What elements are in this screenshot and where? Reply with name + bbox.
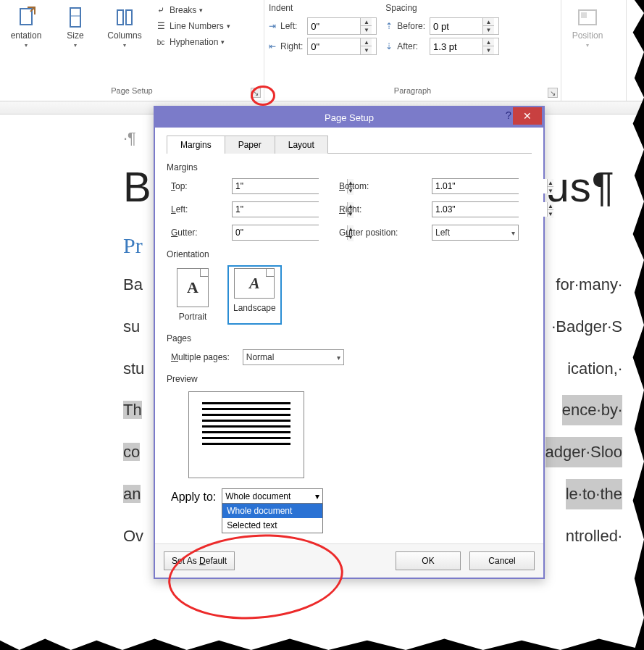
landscape-label: Landscape [233,303,276,313]
page-setup-launcher[interactable]: ↘ [251,88,261,98]
dialog-tabs: Margins Paper Layout [167,135,532,154]
chevron-down-icon: ▾ [199,7,203,14]
svg-rect-3 [117,10,123,25]
gutter-position-label: Gutter position: [339,228,411,238]
gutter-position-select[interactable]: Left▾ [432,225,519,241]
size-label: Size [67,30,83,41]
preview-section-label: Preview [167,374,532,384]
svg-rect-1 [70,8,80,27]
breaks-icon: ⤶ [155,4,167,16]
spinner-up-icon[interactable]: ▲ [483,38,494,46]
margin-top-label: Top: [171,181,212,191]
hyphenation-icon: bc [155,36,167,48]
dialog-titlebar[interactable]: Page Setup ? ✕ [155,107,543,128]
spinner-up-icon[interactable]: ▲ [483,18,494,26]
margin-top-input[interactable]: ▲▼ [232,178,319,194]
multiple-pages-label: Multiple pages: [171,352,230,362]
spinner-up-icon[interactable]: ▲ [361,18,372,26]
columns-button[interactable]: Columns ▾ [103,3,146,51]
chevron-down-icon: ▾ [74,42,77,49]
orientation-label: entation [11,30,42,41]
spinner-down-icon[interactable]: ▼ [361,46,372,54]
spacing-after-icon: ⇣ [385,41,393,51]
paragraph-launcher[interactable]: ↘ [548,88,558,98]
indent-heading: Indent [269,3,380,14]
margin-right-input[interactable]: ▲▼ [432,201,519,217]
margin-gutter-input[interactable]: ▲▼ [232,225,319,241]
chevron-down-icon: ▾ [586,42,589,49]
ribbon: entation ▾ Size ▾ Columns ▾ ⤶Breaks ▾ ☰L… [0,0,644,101]
line-numbers-button[interactable]: ☰Line Numbers ▾ [152,19,233,33]
margins-section-label: Margins [167,162,532,172]
page-setup-dialog: Page Setup ? ✕ Margins Paper Layout Marg… [154,106,545,579]
help-button[interactable]: ? [506,109,511,121]
apply-to-label: Apply to: [171,488,216,504]
pages-section-label: Pages [167,333,532,343]
orientation-landscape[interactable]: A Landscape [227,265,282,325]
cancel-button[interactable]: Cancel [469,551,535,570]
apply-to-value: Whole document [225,491,290,501]
spinner-down-icon[interactable]: ▼ [483,26,494,34]
chevron-down-icon: ▾ [315,491,319,501]
margin-bottom-label: Bottom: [339,181,411,191]
spacing-after-label: After: [397,41,425,51]
chevron-down-icon: ▾ [337,354,340,362]
tab-layout[interactable]: Layout [275,136,328,154]
spinner-down-icon[interactable]: ▼ [483,46,494,54]
apply-opt-whole-document[interactable]: Whole document [222,504,322,518]
group-arrange: Position ▾ [561,0,627,101]
breaks-label: Breaks [170,5,196,15]
position-label: Position [572,30,603,41]
margin-gutter-label: Gutter: [171,228,212,238]
indent-left-input[interactable]: ▲▼ [307,17,377,35]
preview-thumbnail [188,391,304,478]
spacing-before-label: Before: [397,21,425,31]
spinner-up-icon[interactable]: ▲ [361,38,372,46]
margin-right-label: Right: [339,204,411,214]
apply-opt-selected-text[interactable]: Selected text [222,518,322,533]
svg-rect-4 [126,10,132,25]
ok-button[interactable]: OK [396,551,461,570]
apply-to-dropdown-list: Whole document Selected text [222,504,322,533]
group-page-setup: entation ▾ Size ▾ Columns ▾ ⤶Breaks ▾ ☰L… [0,0,264,101]
chevron-down-icon: ▾ [25,42,28,49]
margin-left-input[interactable]: ▲▼ [232,201,319,217]
multiple-pages-select[interactable]: Normal▾ [243,349,344,365]
portrait-label: Portrait [179,312,207,322]
group-paragraph: Indent ⇥ Left: ▲▼ ⇤ Right: ▲▼ Spacing ⇡ … [264,0,561,101]
close-button[interactable]: ✕ [513,107,542,125]
orientation-section-label: Orientation [167,249,532,259]
line-numbers-label: Line Numbers [170,21,224,31]
indent-right-label: Right: [280,41,303,51]
group-label-page-setup: Page Setup [4,86,259,98]
position-button[interactable]: Position ▾ [566,3,609,51]
chevron-down-icon: ▾ [511,229,515,237]
breaks-button[interactable]: ⤶Breaks ▾ [152,3,233,17]
indent-left-label: Left: [280,21,303,31]
orientation-portrait[interactable]: A Portrait [171,265,214,325]
chevron-down-icon: ▾ [221,38,225,46]
spacing-before-icon: ⇡ [385,21,393,31]
margin-bottom-input[interactable]: ▲▼ [432,178,519,194]
chevron-down-icon: ▾ [123,42,126,49]
margin-left-label: Left: [171,204,212,214]
dialog-title: Page Setup [325,112,374,123]
set-as-default-button[interactable]: Set As Default [164,551,235,570]
line-numbers-icon: ☰ [155,20,167,32]
tab-margins[interactable]: Margins [167,136,225,154]
portrait-icon: A [177,268,209,307]
size-button[interactable]: Size ▾ [54,3,97,51]
indent-right-input[interactable]: ▲▼ [307,38,377,55]
svg-rect-6 [581,12,587,18]
apply-to-combo[interactable]: Whole document▾ Whole document Selected … [222,488,323,533]
spacing-after-input[interactable]: ▲▼ [430,38,499,55]
tab-paper[interactable]: Paper [225,136,275,154]
hyphenation-button[interactable]: bcHyphenation ▾ [152,35,233,49]
spinner-down-icon[interactable]: ▼ [361,26,372,34]
indent-left-icon: ⇥ [269,21,276,31]
orientation-button[interactable]: entation ▾ [4,3,48,51]
spacing-before-input[interactable]: ▲▼ [430,17,499,35]
group-label-paragraph: Paragraph [269,86,556,98]
landscape-icon: A [234,268,275,299]
indent-right-icon: ⇤ [269,41,276,51]
